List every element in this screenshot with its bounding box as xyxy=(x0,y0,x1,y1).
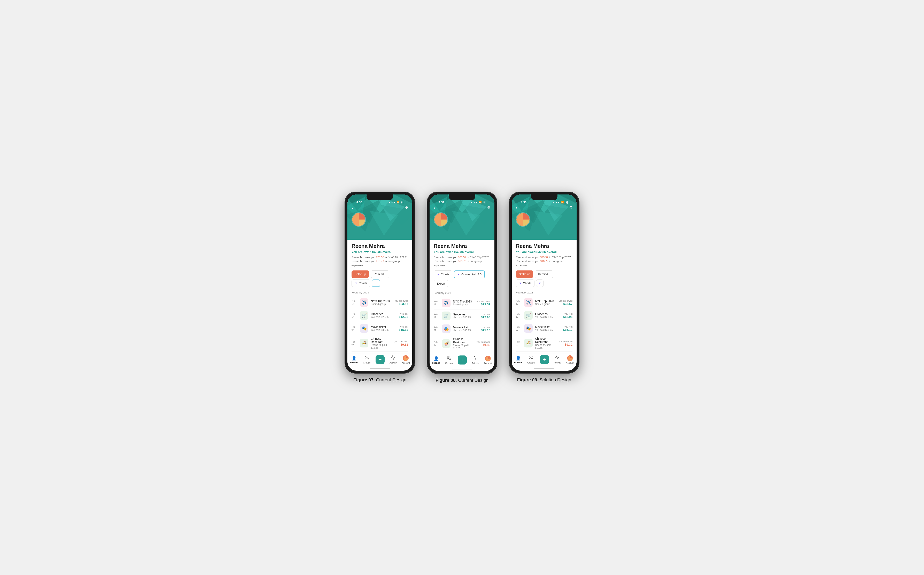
transaction-item[interactable]: Feb07🍜 Chinese Resturant Reena M. paid $… xyxy=(433,335,491,352)
nav-item-activity[interactable]: Activity xyxy=(554,355,561,364)
phone-inner: 4:30 ▲▲▲ 📶 ▮ ‹⚙ Reena MehraYou are owed … xyxy=(348,194,412,371)
transaction-item[interactable]: Feb07🎭 Movie ticket You paid $30.25 you … xyxy=(351,322,408,335)
nav-item-groups[interactable]: Groups xyxy=(445,356,452,364)
back-button[interactable]: ‹ xyxy=(516,205,517,210)
action-buttons: ▼Charts▼Convert to USDExport xyxy=(433,270,491,287)
nav-item-account[interactable]: Account xyxy=(484,356,492,365)
tx-name: NYC Trip 2023 xyxy=(453,300,474,303)
phone-inner: 4:31 ▲▲▲ 📶 ▮ ‹⚙ Reena MehraYou are owed … xyxy=(430,194,494,371)
nav-add-button[interactable]: + xyxy=(376,355,384,364)
tx-name: Chinese Resturant xyxy=(453,337,474,344)
action-button-0[interactable]: Settle up xyxy=(351,270,369,278)
action-button-1[interactable]: ▼Convert to USD xyxy=(454,270,485,278)
tx-sub: You paid $25.95 xyxy=(453,316,478,319)
settings-button[interactable]: ⚙ xyxy=(569,205,573,210)
transaction-item[interactable]: Feb07🍜 Chinese Resturant Reena M. paid $… xyxy=(351,335,408,351)
tx-status: you borrowed xyxy=(476,341,491,343)
tx-status: you lent xyxy=(399,313,408,315)
tx-icon: 🍜 xyxy=(524,339,533,348)
status-time: 4:30 xyxy=(356,201,362,204)
avatar-container xyxy=(433,212,491,227)
owed-detail: Reena M. owes you $23.57 in "NYC Trip 20… xyxy=(516,255,573,267)
tx-info: Movie ticket You paid $30.25 xyxy=(371,325,396,332)
action-buttons: Settle upRemind...▼Charts xyxy=(351,270,408,287)
nav-item-account[interactable]: Account xyxy=(402,355,410,364)
action-button-3[interactable] xyxy=(372,280,380,287)
charts-label: Charts xyxy=(359,281,367,285)
tx-date: Feb17 xyxy=(516,313,522,319)
transaction-item[interactable]: Feb17🛒 Groceries You paid $25.95 you len… xyxy=(351,309,408,322)
nav-item-friends[interactable]: 👤Friends xyxy=(350,356,358,364)
transaction-list: Feb17✈️ NYC Trip 2023 Shared group you a… xyxy=(516,296,573,351)
tx-value: $9.32 xyxy=(476,343,491,347)
owed-detail: Reena M. owes you $23.57 in "NYC Trip 20… xyxy=(351,255,408,267)
transaction-item[interactable]: Feb17✈️ NYC Trip 2023 Shared group you a… xyxy=(351,296,408,309)
tx-sub: Shared group xyxy=(371,303,392,306)
month-label: February 2023 xyxy=(351,291,408,294)
tx-status: you borrowed xyxy=(394,340,408,343)
nav-item-groups[interactable]: Groups xyxy=(363,355,370,364)
action-button-1[interactable]: Remind... xyxy=(371,270,389,278)
nav-item-account[interactable]: Account xyxy=(566,355,574,364)
nav-item-activity[interactable]: Activity xyxy=(389,355,397,364)
settings-button[interactable]: ⚙ xyxy=(405,205,408,210)
status-icons: ▲▲▲ 📶 ▮ xyxy=(470,201,486,204)
tx-status: you borrowed xyxy=(559,340,573,343)
tx-amount: you borrowed $9.32 xyxy=(559,340,573,346)
tx-sub: Reena M. paid $18.65 xyxy=(453,344,474,350)
transaction-item[interactable]: Feb07🍜 Chinese Resturant Reena M. paid $… xyxy=(516,335,573,351)
nav-item-groups[interactable]: Groups xyxy=(527,355,535,364)
avatar xyxy=(433,212,448,227)
tx-icon: ✈️ xyxy=(442,299,451,307)
tx-amount: you lent $12.98 xyxy=(399,313,408,319)
friends-icon: 👤 xyxy=(516,356,521,361)
caption-bold: Figure 07. xyxy=(353,377,375,382)
nav-add-button[interactable]: + xyxy=(540,355,549,364)
nav-item-friends[interactable]: 👤Friends xyxy=(514,356,522,364)
phone-notch xyxy=(531,194,557,200)
phone-fig09: 4:30 ▲▲▲ 📶 ▮ ‹⚙ Reena MehraYou are owed … xyxy=(509,192,579,373)
transaction-item[interactable]: Feb17✈️ NYC Trip 2023 Shared group you a… xyxy=(516,296,573,309)
tx-sub: You paid $30.25 xyxy=(371,329,396,332)
action-button-2[interactable]: Export xyxy=(433,280,448,287)
groups-icon xyxy=(446,356,451,361)
content-area: Reena MehraYou are owed $42.36 overallRe… xyxy=(348,240,412,352)
action-button-2[interactable]: ▼Charts xyxy=(516,280,535,287)
back-button[interactable]: ‹ xyxy=(433,205,435,210)
transaction-item[interactable]: Feb07🎭 Movie ticket You paid $30.25 you … xyxy=(516,322,573,335)
nav-add-button[interactable]: + xyxy=(458,356,467,365)
tx-name: Groceries xyxy=(453,313,478,316)
tx-name: Movie ticket xyxy=(371,325,396,329)
tx-info: NYC Trip 2023 Shared group xyxy=(453,300,474,306)
action-button-0[interactable]: Settle up xyxy=(516,270,533,278)
tx-value: $23.57 xyxy=(395,302,408,306)
tx-date: Feb07 xyxy=(433,326,440,332)
avatar xyxy=(516,212,530,227)
account-icon xyxy=(485,356,491,361)
action-button-1[interactable]: Remind... xyxy=(535,270,553,278)
action-button-3[interactable]: ▼ xyxy=(536,280,543,287)
action-button-2[interactable]: ▼Charts xyxy=(351,280,370,287)
tx-name: NYC Trip 2023 xyxy=(371,299,392,303)
figure-item-fig08: 4:31 ▲▲▲ 📶 ▮ ‹⚙ Reena MehraYou are owed … xyxy=(427,192,497,383)
back-button[interactable]: ‹ xyxy=(351,205,353,210)
transaction-item[interactable]: Feb07🎭 Movie ticket You paid $30.25 you … xyxy=(433,322,491,335)
avatar xyxy=(351,212,366,227)
tx-name: Groceries xyxy=(371,312,396,316)
nav-item-activity[interactable]: Activity xyxy=(472,356,479,364)
nav-label: Friends xyxy=(432,362,440,364)
transaction-item[interactable]: Feb17🛒 Groceries You paid $25.95 you len… xyxy=(516,309,573,322)
avatar-pie-chart xyxy=(516,213,530,226)
caption-bold: Figure 09. xyxy=(517,377,538,382)
settings-button[interactable]: ⚙ xyxy=(487,205,491,210)
transaction-item[interactable]: Feb17✈️ NYC Trip 2023 Shared group you a… xyxy=(433,297,491,310)
tx-name: Chinese Resturant xyxy=(371,337,392,343)
status-icons: ▲▲▲ 📶 ▮ xyxy=(388,201,403,204)
header-controls: ‹⚙ xyxy=(351,205,408,210)
wifi-icon: 📶 xyxy=(479,201,482,203)
action-button-0[interactable]: ▼Charts xyxy=(433,270,452,278)
nav-item-friends[interactable]: 👤Friends xyxy=(432,356,440,364)
tx-value: $12.98 xyxy=(563,315,573,319)
amount-link-2: $18.79 xyxy=(376,260,384,263)
transaction-item[interactable]: Feb17🛒 Groceries You paid $25.95 you len… xyxy=(433,310,491,322)
